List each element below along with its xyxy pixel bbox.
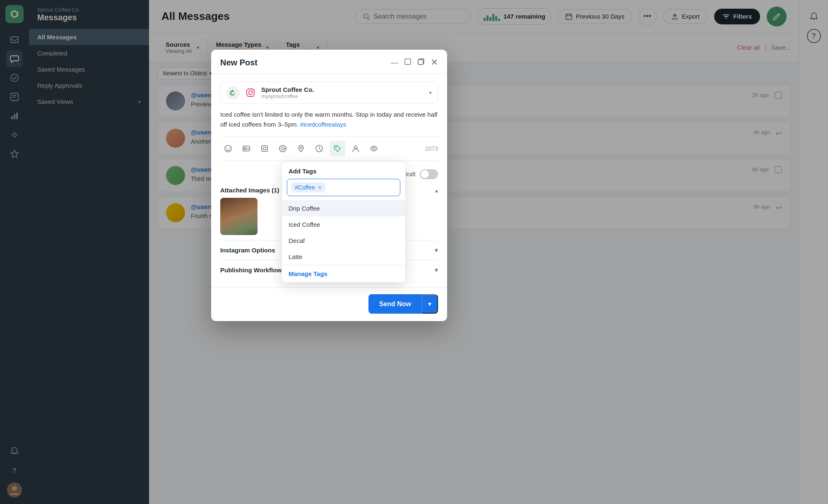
toggle-knob [421, 170, 429, 178]
draft-toggle[interactable] [420, 169, 438, 179]
thumbnail-image [220, 198, 258, 235]
maximize-icon[interactable] [417, 58, 425, 67]
account-selector[interactable]: Sprout Coffee Co. mysproutcoffee ▾ [220, 82, 438, 104]
svg-rect-13 [418, 60, 423, 65]
instagram-options-title: Instagram Options [220, 247, 275, 254]
svg-point-21 [229, 148, 230, 149]
modal-title: New Post [220, 58, 258, 67]
image-thumbnail[interactable] [220, 198, 258, 235]
tags-dropdown: Add Tags #Coffee ✕ Drip Coffee Iced Coff… [282, 161, 406, 283]
brand-avatar [226, 86, 240, 99]
svg-point-17 [249, 91, 253, 95]
attached-images-title: Attached Images (1) [220, 187, 279, 194]
modal-controls: — ✕ [391, 57, 438, 68]
modal-header: New Post — ✕ [211, 50, 447, 74]
svg-point-19 [225, 145, 231, 152]
send-row: Send Now ▾ [211, 287, 447, 321]
svg-rect-25 [263, 147, 266, 150]
instagram-icon [244, 86, 257, 99]
tags-input-row[interactable]: #Coffee ✕ [287, 179, 400, 196]
svg-point-31 [354, 146, 357, 149]
account-info: Sprout Coffee Co. mysproutcoffee [226, 86, 314, 99]
account-chevron-icon: ▾ [429, 89, 432, 96]
tag-button[interactable] [330, 141, 345, 156]
schedule-button[interactable] [311, 141, 327, 156]
tags-dropdown-header: Add Tags [282, 162, 405, 179]
publishing-workflows-title: Publishing Workflows [220, 266, 285, 274]
svg-point-20 [226, 148, 227, 149]
svg-rect-11 [405, 59, 411, 65]
send-now-button[interactable]: Send Now [368, 294, 422, 314]
minimize-icon[interactable]: — [391, 58, 398, 67]
mention-button[interactable] [275, 141, 291, 156]
list-item[interactable]: Decaf [282, 233, 405, 249]
restore-icon[interactable] [404, 58, 412, 67]
tags-list: Drip Coffee Iced Coffee Decaf Latte [282, 200, 405, 265]
svg-point-28 [300, 147, 302, 149]
svg-point-18 [253, 90, 253, 91]
tags-input[interactable] [329, 184, 396, 191]
instagram-options-chevron-icon: ▾ [435, 246, 438, 254]
tag-chip: #Coffee ✕ [291, 182, 325, 192]
svg-point-32 [373, 147, 375, 150]
list-item[interactable]: Drip Coffee [282, 200, 405, 216]
preview-button[interactable] [366, 141, 382, 156]
tag-chip-text: #Coffee [295, 184, 315, 191]
post-text-area[interactable]: Iced coffee isn't limited to only the wa… [220, 110, 438, 130]
list-item[interactable]: Iced Coffee [282, 216, 405, 233]
char-count: 2073 [425, 145, 438, 152]
post-toolbar: 2073 [220, 136, 438, 161]
svg-point-30 [336, 147, 337, 148]
post-hashtag: #icedcoffeealays [300, 121, 346, 128]
emoji-button[interactable] [220, 141, 236, 156]
person-button[interactable] [348, 141, 363, 156]
photo-button[interactable] [238, 141, 254, 156]
location-button[interactable] [293, 141, 309, 156]
send-dropdown-button[interactable]: ▾ [422, 294, 438, 314]
account-name: Sprout Coffee Co. [261, 86, 314, 93]
svg-point-27 [282, 147, 284, 150]
link-button[interactable] [257, 141, 272, 156]
svg-rect-24 [262, 146, 267, 151]
manage-tags-button[interactable]: Manage Tags [282, 265, 405, 282]
attached-images-chevron-icon[interactable]: ▴ [435, 187, 438, 194]
list-item[interactable]: Latte [282, 249, 405, 265]
close-icon[interactable]: ✕ [431, 57, 438, 68]
account-handle: mysproutcoffee [261, 93, 314, 99]
svg-rect-16 [247, 89, 254, 96]
tag-chip-remove-icon[interactable]: ✕ [318, 185, 322, 191]
publishing-workflows-chevron-icon: ▾ [435, 266, 438, 274]
